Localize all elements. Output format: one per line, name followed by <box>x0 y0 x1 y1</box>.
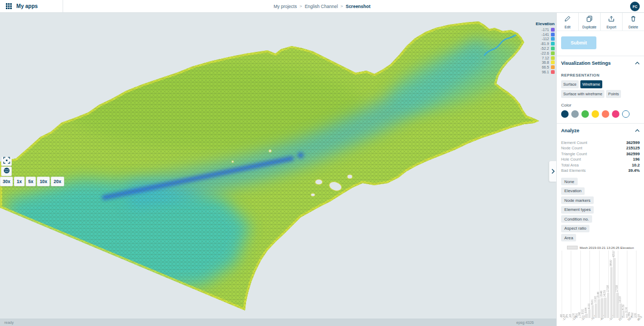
sidebar-collapse-handle[interactable] <box>549 161 556 182</box>
legend-entry: 7.12 <box>535 56 555 60</box>
breadcrumb: My projects>English Channel>Screenshot <box>273 0 370 12</box>
legend-value: -141 <box>541 33 549 36</box>
analyze-header[interactable]: Analyze <box>557 124 644 138</box>
legend-entry: -52.2 <box>535 46 555 51</box>
stat-label: Element Count <box>561 140 587 145</box>
histogram-bar: 98 <box>638 251 641 318</box>
bar-rect <box>566 317 569 318</box>
histogram-plot: 4658759813019074620213084610089011016013… <box>560 251 641 318</box>
breadcrumb-separator: > <box>300 4 302 9</box>
color-swatch-6[interactable] <box>622 110 630 118</box>
legend-value: 7.12 <box>542 56 549 60</box>
color-swatch-2[interactable] <box>581 110 589 118</box>
stat-row: Element Count362599 <box>561 140 640 146</box>
legend-value: -52.2 <box>541 47 549 50</box>
delete-button[interactable]: Delete <box>623 13 644 31</box>
zoom-level-buttons: 30x1x5x10x20x <box>0 177 64 186</box>
stat-label: Triangle Count <box>561 151 587 156</box>
representation-surface[interactable]: Surface <box>561 80 579 88</box>
stat-label: Hole Count <box>561 157 581 162</box>
overlay-area[interactable]: Area <box>561 234 576 241</box>
representation-wireframe[interactable]: Wireframe <box>580 80 602 88</box>
legend-color-swatch <box>551 60 555 64</box>
legend-color-swatch <box>551 42 555 46</box>
overlay-element-types[interactable]: Element types <box>561 206 594 214</box>
chevron-up-icon <box>635 129 640 132</box>
color-swatch-3[interactable] <box>592 110 599 118</box>
legend-color-swatch <box>551 28 555 32</box>
color-swatch-4[interactable] <box>602 110 609 118</box>
breadcrumb-item-english-channel[interactable]: English Channel <box>305 4 338 9</box>
bar-rect <box>610 267 613 318</box>
zoom-1x-button[interactable]: 1x <box>14 177 24 186</box>
representation-surface-with-wireframe[interactable]: Surface with wireframe <box>561 90 604 98</box>
bar-rect <box>585 314 588 318</box>
map-viewport[interactable]: Elevation -171-141-112-81.9-52.2-22.67.1… <box>0 13 556 326</box>
stat-value: 39.4% <box>628 168 640 173</box>
overlay-node-markers[interactable]: Node markers <box>561 196 594 204</box>
overlay-mode-buttons: NoneElevationNode markersElement typesCo… <box>557 175 644 244</box>
bar-value-label: 98 <box>570 314 572 317</box>
elevation-legend: Elevation -171-141-112-81.9-52.2-22.67.1… <box>535 21 555 74</box>
histogram-legend: Mesh 2019-03-21 13:26:25 Elevation <box>560 246 641 249</box>
color-swatch-1[interactable] <box>571 110 579 118</box>
bar-value-label: 130 <box>573 313 576 317</box>
overlay-aspect-ratio[interactable]: Aspect ratio <box>561 225 589 232</box>
bar-rect <box>604 298 607 318</box>
legend-value: -112 <box>542 37 549 41</box>
gridline <box>580 251 581 318</box>
elevation-histogram: Mesh 2019-03-21 13:26:25 Elevation 46587… <box>557 244 644 326</box>
delete-label: Delete <box>628 25 638 29</box>
overlay-none[interactable]: None <box>561 178 578 185</box>
duplicate-button[interactable]: Duplicate <box>579 13 601 31</box>
edit-label: Edit <box>565 25 571 29</box>
legend-value: -171 <box>541 28 549 32</box>
stat-label: Node Count <box>561 146 582 150</box>
zoom-5x-button[interactable]: 5x <box>26 177 36 186</box>
zoom-30x-button[interactable]: 30x <box>0 177 13 186</box>
my-apps-button[interactable]: My apps <box>0 0 63 12</box>
histogram-x-axis: -171-139-107-74.8-42.7-10.721.453.485.5 <box>560 318 641 326</box>
stat-value: 362599 <box>626 151 640 156</box>
bar-rect <box>570 317 572 318</box>
stat-row: Triangle Count362599 <box>561 151 640 157</box>
status-text: ready <box>4 321 14 324</box>
bar-value-label: 17798 <box>607 285 610 292</box>
legend-color-swatch <box>551 56 555 60</box>
zoom-10x-button[interactable]: 10x <box>37 177 50 186</box>
representation-points[interactable]: Points <box>606 90 621 98</box>
analyze-title: Analyze <box>561 128 579 133</box>
overlay-elevation[interactable]: Elevation <box>561 187 585 195</box>
histogram-legend-label: Mesh 2019-03-21 13:26:25 Elevation <box>580 246 634 249</box>
visualization-settings-title: Visualization Settings <box>561 60 611 66</box>
globe-button[interactable] <box>1 166 12 176</box>
fit-extent-button[interactable] <box>1 156 12 166</box>
zoom-20x-button[interactable]: 20x <box>51 177 64 186</box>
color-swatch-5[interactable] <box>612 110 619 118</box>
overlay-condition-no[interactable]: Condition no. <box>561 215 592 223</box>
histogram-legend-swatch <box>567 246 578 249</box>
legend-title: Elevation <box>535 21 555 26</box>
submit-button[interactable]: Submit <box>561 36 596 49</box>
bar-rect <box>588 309 591 318</box>
x-tick <box>638 318 641 326</box>
bar-rect <box>592 305 594 318</box>
color-swatch-0[interactable] <box>561 110 569 118</box>
edit-button[interactable]: Edit <box>557 13 579 31</box>
stat-value: 362599 <box>626 140 640 145</box>
bar-value-label: 10037 <box>619 296 622 303</box>
bar-value-label: 35587 <box>610 260 613 267</box>
chevron-up-icon <box>635 62 640 65</box>
epsg-code: epsg:4326 <box>516 321 534 324</box>
legend-value: 36.8 <box>542 60 549 64</box>
breadcrumb-item-my-projects[interactable]: My projects <box>273 4 296 9</box>
bar-rect <box>582 315 585 318</box>
stat-value: 215125 <box>626 146 640 150</box>
visualization-settings-header[interactable]: Visualization Settings <box>557 56 644 70</box>
export-button[interactable]: Export <box>601 13 623 31</box>
bar-rect <box>635 317 638 318</box>
bar-value-label: 43597 <box>613 251 616 257</box>
stat-row: Node Count215125 <box>561 146 640 151</box>
avatar[interactable]: FC <box>630 2 640 11</box>
mesh-render[interactable] <box>0 13 556 319</box>
